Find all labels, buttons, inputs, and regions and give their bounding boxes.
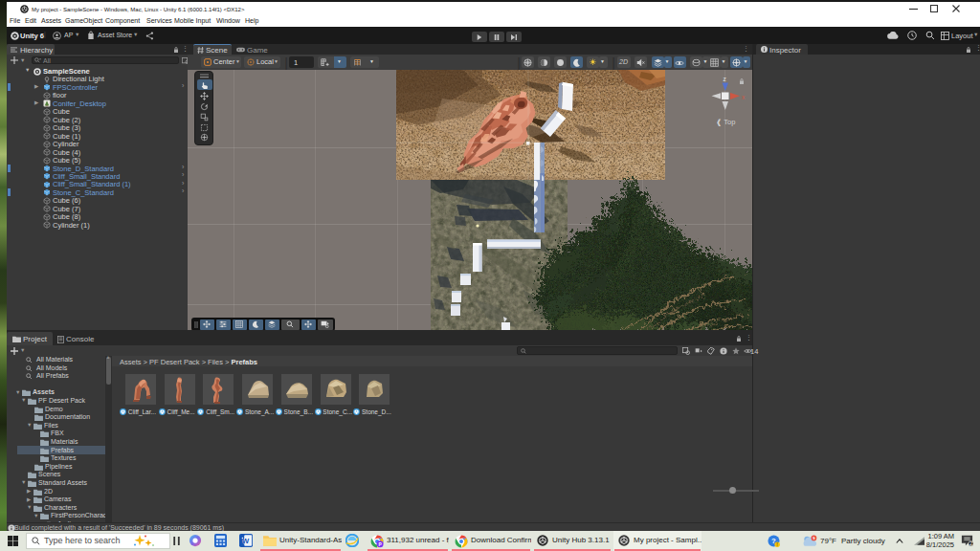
svg-text:z: z [724, 76, 726, 82]
svg-text:x: x [742, 94, 746, 100]
svg-text:W: W [242, 537, 250, 545]
svg-text:2: 2 [969, 541, 972, 546]
